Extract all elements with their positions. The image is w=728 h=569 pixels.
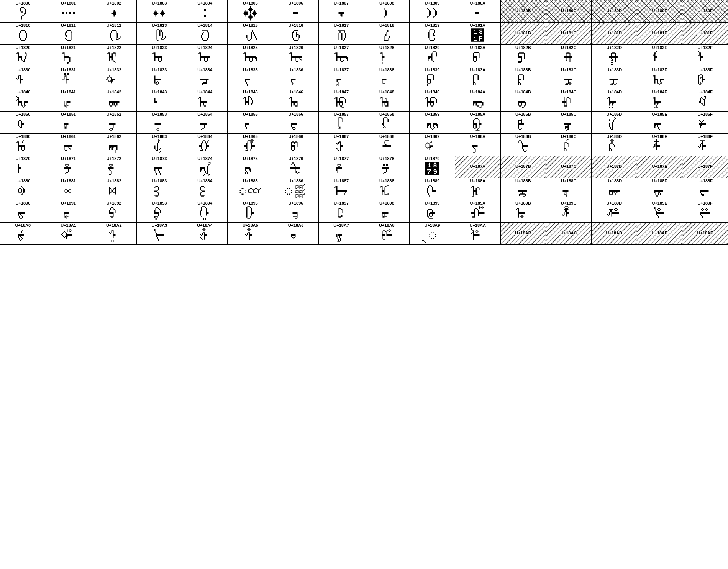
char-cell: U+18AF — [682, 223, 728, 245]
char-cell: U+1847ᡇ — [318, 89, 364, 112]
char-cell: U+1822ᠢ — [91, 45, 137, 67]
char-cell: U+1873ᡳ — [137, 156, 182, 178]
char-display: ᠨ — [379, 51, 394, 66]
char-display: ᢑ — [61, 206, 76, 221]
char-display: ᠯ — [697, 51, 713, 66]
char-cell: U+1816᠖ — [273, 23, 319, 45]
char-display: ᡥ — [243, 139, 258, 155]
char-display: ᢊ — [470, 184, 485, 199]
char-cell: U+1898ᢘ — [364, 200, 410, 223]
char-cell: U+1859ᡙ — [410, 112, 455, 134]
char-display: ᢠ — [15, 228, 31, 244]
char-display: ᠚ — [470, 28, 485, 44]
char-cell: U+1890ᢐ — [0, 200, 46, 223]
char-display: ᡋ — [515, 95, 531, 110]
char-cell: U+1801᠁ — [46, 0, 91, 23]
char-cell: U+183Dᠽ — [591, 67, 637, 89]
char-display: ᡐ — [15, 117, 31, 133]
char-cell: U+180B — [500, 0, 546, 23]
char-cell: U+1808᠈ — [364, 0, 410, 23]
char-display: ᢁ — [61, 184, 76, 199]
char-cell: U+1818᠘ — [364, 23, 410, 45]
char-cell: U+1815᠕ — [228, 23, 273, 45]
char-cell: U+183Bᠻ — [500, 67, 546, 89]
char-cell: U+184Fᡏ — [682, 89, 728, 112]
char-display: ᢤ — [197, 228, 213, 244]
char-display: ᢡ — [61, 228, 76, 244]
char-cell: U+1833ᠳ — [137, 67, 182, 89]
char-display: ᢞ — [652, 206, 667, 221]
char-cell: U+186Dᡭ — [591, 134, 637, 156]
char-display: ᠵ — [243, 73, 258, 88]
char-display: ᡯ — [697, 139, 713, 155]
char-cell: U+181B — [500, 23, 546, 45]
char-cell: U+1830ᠰ — [0, 67, 46, 89]
char-display: ᠰ — [15, 73, 31, 88]
char-display: ᡀ — [15, 95, 31, 110]
char-cell: U+181A᠚ — [455, 23, 500, 45]
char-display: ᡴ — [197, 162, 213, 177]
char-display: ᡚ — [470, 117, 485, 133]
char-cell: U+1867ᡧ — [318, 134, 364, 156]
char-display: ᠖ — [288, 28, 303, 44]
code-label: U+187D — [605, 164, 623, 169]
char-cell: U+186Eᡮ — [637, 134, 682, 156]
char-cell: U+1856ᡖ — [273, 112, 319, 134]
char-cell: U+1823ᠣ — [137, 45, 182, 67]
char-cell: U+18A0ᢠ — [0, 223, 46, 245]
char-display: ᢝ — [607, 206, 622, 221]
char-display: ᢏ — [697, 184, 713, 199]
char-display: ᢎ — [652, 184, 667, 199]
char-cell: U+183Eᠾ — [637, 67, 682, 89]
char-display: ᢇ — [334, 184, 349, 199]
char-cell: U+1826ᠦ — [273, 45, 319, 67]
char-display: ᠳ — [152, 73, 167, 88]
char-cell: U+1837ᠷ — [318, 67, 364, 89]
char-display: ᡹ — [425, 162, 440, 177]
char-cell: U+184Dᡍ — [591, 89, 637, 112]
char-cell: U+1860ᡠ — [0, 134, 46, 156]
char-cell: U+1855ᡕ — [228, 112, 273, 134]
char-cell: U+1806᠆ — [273, 0, 319, 23]
char-cell: U+181D — [591, 23, 637, 45]
char-display: ᡑ — [61, 117, 76, 133]
char-display: ᠾ — [652, 73, 667, 88]
char-display: ᡉ — [425, 95, 440, 110]
char-cell: U+188Dᢍ — [591, 178, 637, 200]
char-cell: U+1812᠒ — [91, 23, 137, 45]
char-cell: U+182Cᠬ — [546, 45, 592, 67]
char-cell: U+1887ᢇ — [318, 178, 364, 200]
char-cell: U+182Bᠫ — [500, 45, 546, 67]
char-cell: U+1828ᠨ — [364, 45, 410, 67]
char-cell: U+1831ᠱ — [46, 67, 91, 89]
char-cell: U+186Fᡯ — [682, 134, 728, 156]
char-display: ᠀ — [15, 6, 31, 21]
char-display: ᢄ — [197, 184, 213, 199]
char-cell: U+187B — [500, 156, 546, 178]
char-display: ᢃ — [152, 184, 167, 199]
char-display: ᢗ — [334, 206, 349, 221]
char-display: ᡁ — [61, 95, 76, 110]
char-cell: U+1862ᡢ — [91, 134, 137, 156]
char-display: ᠥ — [243, 51, 258, 66]
char-cell: U+1895ᢕ — [228, 200, 273, 223]
char-cell: U+1835ᠵ — [228, 67, 273, 89]
char-cell: U+18AAᢪ — [455, 223, 500, 245]
char-display: ᡧ — [334, 139, 349, 155]
char-cell: U+1842ᡂ — [91, 89, 137, 112]
char-cell: U+188Eᢎ — [637, 178, 682, 200]
char-cell: U+18AD — [591, 223, 637, 245]
char-cell: U+186Bᡫ — [500, 134, 546, 156]
char-display: ᡭ — [607, 139, 622, 155]
char-display: ᢋ — [515, 184, 531, 199]
code-label: U+187A — [469, 164, 486, 169]
code-label: U+18AC — [560, 231, 578, 235]
char-display: ᠬ — [561, 51, 576, 66]
char-cell: U+1863ᡣ — [137, 134, 182, 156]
char-cell: U+1817᠗ — [318, 23, 364, 45]
char-cell: U+1845ᡅ — [228, 89, 273, 112]
char-cell: U+18A6ᢦ — [273, 223, 319, 245]
char-cell: U+185Eᡞ — [637, 112, 682, 134]
char-cell: U+1883ᢃ — [137, 178, 182, 200]
char-display: ᡌ — [561, 95, 576, 110]
